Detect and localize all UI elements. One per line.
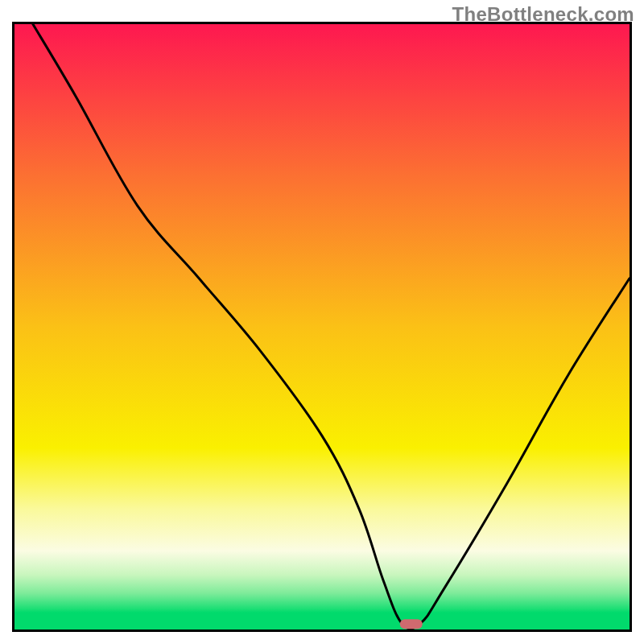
bottleneck-chart: [0, 0, 644, 644]
watermark-text: TheBottleneck.com: [452, 3, 634, 26]
optimal-marker: [400, 619, 423, 629]
chart-container: TheBottleneck.com: [0, 0, 644, 644]
axis-right: [630, 22, 632, 632]
axis-bottom: [12, 630, 632, 632]
axis-left: [12, 22, 14, 632]
chart-background-gradient: [14, 24, 630, 630]
